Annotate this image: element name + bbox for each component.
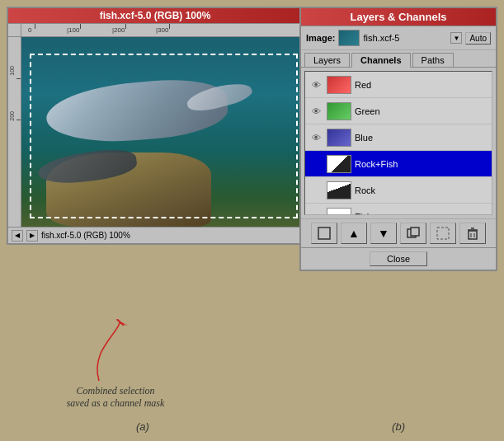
eye-icon-blue[interactable]: 👁 (309, 130, 323, 145)
tab-layers[interactable]: Layers (304, 53, 350, 67)
canvas-image (21, 37, 302, 227)
channel-thumb-rockfish (327, 155, 351, 173)
ruler-corner (8, 24, 21, 37)
svg-rect-1 (318, 228, 330, 239)
new-channel-icon (317, 226, 332, 241)
eye-icon-rockfish[interactable] (309, 157, 323, 171)
channel-thumb-green (327, 102, 351, 120)
eye-icon-rock[interactable] (309, 183, 323, 198)
status-btn-right[interactable]: ▶ (26, 230, 38, 242)
channel-thumb-rock (327, 181, 351, 199)
canvas-title: fish.xcf-5.0 (RGB) 100% (100, 10, 211, 21)
ruler-v-label: 100 (9, 66, 15, 76)
lower-icon: ▼ (378, 227, 389, 240)
image-thumbnail (338, 30, 360, 46)
annotation-arrow-svg (82, 319, 132, 385)
panel-titlebar: Layers & Channels (301, 8, 496, 26)
tick-line (125, 24, 126, 29)
delete-icon (465, 226, 480, 241)
image-dropdown-btn[interactable]: ▼ (450, 32, 462, 44)
channel-row-green[interactable]: 👁 Green (305, 98, 492, 124)
ruler-vertical: 100 200 (8, 37, 21, 227)
status-btn-left[interactable]: ◀ (12, 230, 23, 242)
tick-line (80, 24, 81, 29)
ruler-horizontal: 0 |100 |200 |300 (21, 24, 302, 37)
eye-icon-fish[interactable] (309, 209, 323, 216)
channel-name-rock: Rock (355, 185, 488, 195)
layers-channels-panel: Layers & Channels Image: fish.xcf-5 ▼ Au… (299, 7, 497, 271)
channel-thumb-red (327, 76, 351, 94)
channel-row-fish[interactable]: Fish (305, 204, 492, 215)
auto-button[interactable]: Auto (465, 32, 491, 45)
close-row: Close (301, 247, 496, 270)
channel-name-rockfish: Rock+Fish (355, 159, 488, 169)
to-selection-button[interactable] (430, 223, 456, 244)
canvas-titlebar: fish.xcf-5.0 (RGB) 100% (8, 8, 302, 24)
svg-rect-5 (469, 231, 477, 239)
duplicate-button[interactable] (400, 223, 426, 244)
channel-row-rockfish[interactable]: Rock+Fish (305, 151, 492, 177)
ruler-v-label-2: 200 (9, 111, 15, 121)
tabs-row: Layers Channels Paths (301, 50, 496, 68)
channel-thumb-blue (327, 129, 351, 147)
panel-title: Layers & Channels (350, 11, 446, 23)
svg-rect-4 (437, 228, 449, 239)
fig-label-a: (a) (136, 420, 149, 433)
ruler-tick-0: 0 (28, 26, 31, 34)
channel-name-fish: Fish (355, 212, 488, 216)
panel-buttons: ▲ ▼ (301, 218, 496, 247)
channel-row-red[interactable]: 👁 Red (305, 72, 492, 98)
channel-name-blue: Blue (355, 133, 488, 143)
raise-button[interactable]: ▲ (341, 223, 367, 244)
tab-channels[interactable]: Channels (351, 53, 411, 68)
fig-label-b: (b) (392, 420, 405, 433)
image-name: fish.xcf-5 (363, 33, 447, 43)
lower-button[interactable]: ▼ (370, 223, 397, 244)
ruler-tick-300: |300 (156, 26, 168, 34)
to-selection-icon (436, 226, 450, 241)
ruler-tick-200: |200 (112, 26, 125, 34)
new-channel-button[interactable] (311, 223, 337, 244)
image-label: Image: (306, 33, 335, 43)
tick-line (169, 24, 170, 29)
ruler-tick-100: |100 (67, 26, 79, 34)
caption-text: Combined selectionsaved as a channel mas… (67, 385, 165, 409)
channel-name-green: Green (355, 106, 488, 116)
channel-name-red: Red (355, 80, 488, 90)
tab-paths[interactable]: Paths (412, 53, 454, 67)
canvas-status-text: fish.xcf-5.0 (RGB) 100% (41, 231, 130, 240)
channel-list[interactable]: 👁 Red 👁 Green 👁 Blue Rock+Fish Rock (304, 71, 492, 215)
channel-thumb-fish (327, 208, 351, 216)
eye-icon-green[interactable]: 👁 (309, 104, 323, 119)
close-button[interactable]: Close (370, 251, 427, 266)
channel-row-rock[interactable]: Rock (305, 177, 492, 204)
svg-rect-3 (411, 228, 419, 236)
eye-icon-red[interactable]: 👁 (309, 77, 323, 92)
svg-marker-0 (115, 319, 128, 327)
canvas-statusbar: ◀ ▶ fish.xcf-5.0 (RGB) 100% (8, 227, 302, 243)
channel-row-blue[interactable]: 👁 Blue (305, 124, 492, 151)
tick-line (35, 24, 35, 29)
duplicate-icon (406, 226, 421, 241)
delete-button[interactable] (459, 223, 486, 244)
caption-area: Combined selectionsaved as a channel mas… (33, 385, 198, 410)
raise-icon: ▲ (348, 227, 360, 240)
panel-image-row: Image: fish.xcf-5 ▼ Auto (301, 26, 496, 50)
canvas-window: fish.xcf-5.0 (RGB) 100% 0 |100 |200 |300… (7, 7, 304, 245)
